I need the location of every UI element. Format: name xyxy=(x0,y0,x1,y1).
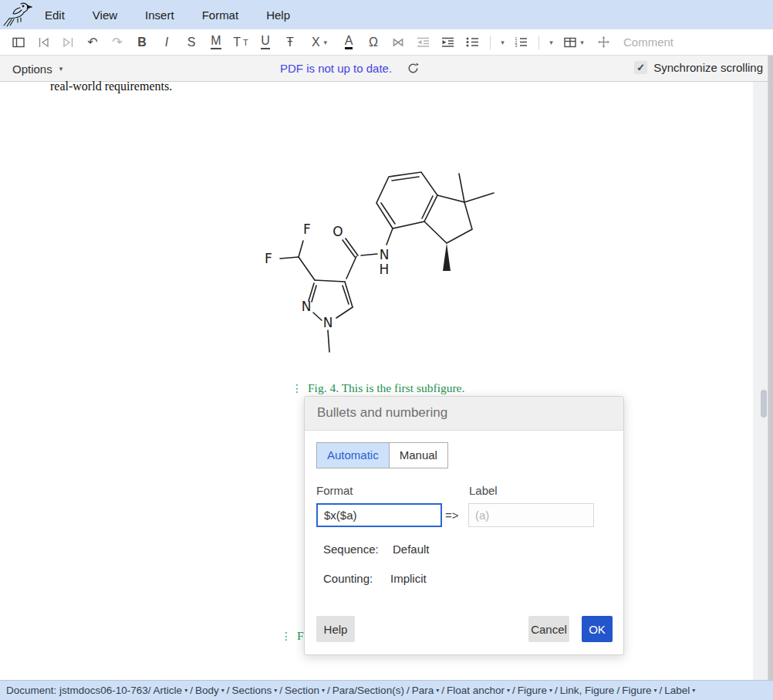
overline-strike-button[interactable]: Ŧ xyxy=(278,31,302,54)
mark-button[interactable]: M xyxy=(204,31,228,54)
counting-value: Implicit xyxy=(390,572,427,585)
chevron-down-icon: ▾ xyxy=(322,687,325,694)
comment-button[interactable]: Comment xyxy=(623,36,673,49)
breadcrumb-separator: / xyxy=(659,685,662,696)
overline-strike-icon: Ŧ xyxy=(286,36,294,49)
pdf-status-link[interactable]: PDF is not up to date. xyxy=(280,62,392,75)
breadcrumb-item-label: Sections xyxy=(231,685,272,696)
menu-insert[interactable]: Insert xyxy=(145,8,174,22)
breadcrumb-item-label: Figure xyxy=(622,685,651,696)
table-dropdown-button[interactable]: ▾ xyxy=(557,31,591,54)
breadcrumb-item-label: Para xyxy=(412,685,434,696)
options-label: Options xyxy=(12,63,52,76)
label-field-label: Label xyxy=(469,484,498,497)
breadcrumb-document-prefix: Document: jstmdocs06-10-763 xyxy=(6,685,148,696)
refresh-icon xyxy=(407,62,420,75)
undo-button[interactable]: ↶ xyxy=(80,31,105,54)
drag-handle-icon[interactable]: ⋮ xyxy=(292,381,302,395)
vertical-scrollbar-track[interactable] xyxy=(753,82,768,680)
breadcrumb-item-body[interactable]: Body▾ xyxy=(195,685,224,696)
menu-edit[interactable]: Edit xyxy=(45,8,65,22)
move-button[interactable] xyxy=(591,31,616,54)
skip-forward-button[interactable] xyxy=(56,31,80,54)
toolbar: ↶ ↷ B I S M TT U Ŧ X▾ A Ω ⋈ ▾ 123 ▾ ▾ Co… xyxy=(0,29,773,56)
format-input[interactable] xyxy=(316,503,442,527)
strikethrough-button[interactable]: S xyxy=(179,31,204,54)
breadcrumb-separator: / xyxy=(190,685,193,696)
atom-n-amide: N xyxy=(380,247,390,262)
decrease-indent-button[interactable] xyxy=(410,31,435,54)
breadcrumb-separator: / xyxy=(148,685,151,696)
font-color-button[interactable]: A xyxy=(336,31,361,54)
menu-view[interactable]: View xyxy=(93,8,117,22)
refresh-pdf-button[interactable] xyxy=(407,62,420,75)
figure2-caption-row: ⋮ F xyxy=(281,629,304,643)
pane-splitter[interactable] xyxy=(768,56,773,680)
bold-button[interactable]: B xyxy=(130,31,154,54)
vertical-scrollbar-thumb[interactable] xyxy=(761,390,767,418)
view-panel-button[interactable] xyxy=(6,31,31,54)
breadcrumb-item-label: Article xyxy=(154,685,183,696)
breadcrumb-item-label-seg[interactable]: Label▾ xyxy=(664,685,695,696)
menu-items: Edit View Insert Format Help xyxy=(45,8,290,22)
decrease-indent-icon xyxy=(417,37,430,47)
text-size-button[interactable]: TT xyxy=(228,31,253,54)
breadcrumb-item-para[interactable]: Para▾ xyxy=(412,685,440,696)
font-color-icon: A xyxy=(345,35,353,50)
chevron-down-icon: ▾ xyxy=(59,65,63,73)
underline-button[interactable]: U xyxy=(253,31,278,54)
atom-o: O xyxy=(332,224,343,239)
menu-format[interactable]: Format xyxy=(202,8,239,22)
breadcrumb-item-section[interactable]: Section▾ xyxy=(285,685,325,696)
breadcrumb-item-label: Para/Section(s) xyxy=(332,685,404,696)
chevron-down-icon: ▾ xyxy=(653,687,657,694)
breadcrumb-item-para-sections: Para/Section(s) xyxy=(332,685,404,696)
breadcrumb-separator: / xyxy=(441,685,444,696)
breadcrumb-item-link-figure: Link, Figure xyxy=(560,685,615,696)
cancel-button[interactable]: Cancel xyxy=(528,616,569,642)
bullet-list-menu-button[interactable]: ▾ xyxy=(495,31,508,54)
synchronize-scrolling-checkbox[interactable]: ✓ xyxy=(634,61,647,74)
chevron-down-icon: ▾ xyxy=(436,687,439,694)
ok-button[interactable]: OK xyxy=(582,616,613,642)
chevron-down-icon: ▾ xyxy=(324,39,328,46)
options-dropdown-button[interactable]: Options ▾ xyxy=(12,61,62,76)
skip-backward-button[interactable] xyxy=(31,31,56,54)
underline-icon: U xyxy=(261,35,270,49)
increase-indent-button[interactable] xyxy=(435,31,460,54)
tab-manual[interactable]: Manual xyxy=(389,443,447,468)
menu-help[interactable]: Help xyxy=(266,8,290,22)
help-button[interactable]: Help xyxy=(316,616,355,642)
italic-button[interactable]: I xyxy=(154,31,179,54)
label-input[interactable] xyxy=(468,503,594,527)
atom-f-left: F xyxy=(265,251,272,266)
special-character-button[interactable]: Ω xyxy=(361,31,386,54)
options-bar: Options ▾ PDF is not up to date. ✓ Synch… xyxy=(0,56,773,82)
text-size-icon-small: T xyxy=(243,38,248,47)
figure-caption-row: ⋮ Fig. 4. This is the first subfigure. xyxy=(292,381,464,395)
redo-button[interactable]: ↷ xyxy=(105,31,130,54)
bullet-list-button[interactable] xyxy=(460,31,484,54)
numbered-list-menu-button[interactable]: ▾ xyxy=(543,31,557,54)
increase-indent-icon xyxy=(441,37,454,47)
strikethrough-icon: S xyxy=(187,36,196,49)
tab-automatic[interactable]: Automatic xyxy=(317,443,389,468)
breadcrumb-item-label: Body xyxy=(195,685,219,696)
chevron-down-icon: ▾ xyxy=(692,687,695,694)
breadcrumb-item-sections[interactable]: Sections▾ xyxy=(231,685,277,696)
numbered-list-button[interactable]: 123 xyxy=(508,31,533,54)
breadcrumb-item-article[interactable]: Article▾ xyxy=(154,685,188,696)
svg-text:3: 3 xyxy=(515,43,517,47)
menu-bar: Edit View Insert Format Help xyxy=(0,0,773,29)
chevron-down-icon: ▾ xyxy=(221,687,224,694)
breadcrumb-separator: / xyxy=(227,685,230,696)
app-logo-bird-icon xyxy=(2,1,32,29)
breadcrumb-item-float-anchor[interactable]: Float anchor▾ xyxy=(447,685,510,696)
chevron-down-icon: ▾ xyxy=(274,687,277,694)
breadcrumb-item-figure-2[interactable]: Figure▾ xyxy=(622,685,657,696)
breadcrumb-separator: / xyxy=(616,685,619,696)
cross-reference-button[interactable]: ⋈ xyxy=(386,31,410,54)
delete-x-dropdown-button[interactable]: X▾ xyxy=(302,31,336,54)
breadcrumb-item-figure[interactable]: Figure▾ xyxy=(518,685,552,696)
drag-handle-icon[interactable]: ⋮ xyxy=(281,629,292,643)
